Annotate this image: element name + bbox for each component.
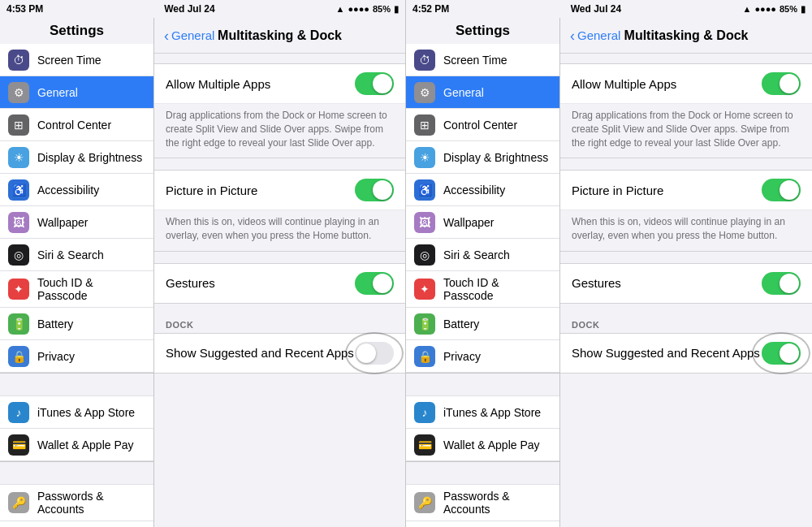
settings-sidebar: Settings⏱Screen Time⚙General⊞Control Cen… [0,18,154,527]
settings-icon: ◎ [414,244,435,266]
settings-icon: ♿ [8,179,29,201]
ipad-screen-2: 4:52 PM Wed Jul 24 ▲ ●●●● 85% ▮ Settings… [406,0,812,527]
sidebar-item-label: iTunes & App Store [37,406,135,419]
settings-section-1: ⏱Screen Time⚙General⊞Control Center☀Disp… [406,44,559,374]
sidebar-item-control-center[interactable]: ⊞Control Center [406,109,559,141]
settings-icon: ✦ [414,279,435,300]
sidebar-item-accessibility[interactable]: ♿Accessibility [406,174,559,206]
toggle-switch[interactable] [355,179,394,201]
sidebar-item-label: Display & Brightness [443,151,548,164]
sidebar-item-general[interactable]: ⚙General [406,76,559,109]
sidebar-item-privacy[interactable]: 🔒Privacy [406,340,559,373]
setting-label-allow-multiple: Allow Multiple Apps [166,77,270,91]
setting-row-dock-suggested[interactable]: Show Suggested and Recent Apps [560,334,812,373]
sidebar-item-label: General [443,86,484,99]
sidebar-item-label: Passwords & Accounts [443,490,550,516]
sidebar-item-siri[interactable]: ◎Siri & Search [406,239,559,271]
setting-row-pip[interactable]: Picture in Picture [560,171,812,210]
setting-label-pip: Picture in Picture [166,184,257,197]
settings-icon: ⚙ [8,82,29,103]
settings-icon: ♪ [8,402,29,423]
sidebar-item-general[interactable]: ⚙General [0,76,153,109]
dock-section-label: DOCK [154,315,405,333]
toggle-switch[interactable] [355,72,394,95]
sidebar-item-battery[interactable]: 🔋Battery [406,308,559,340]
status-date: Wed Jul 24 [571,3,621,15]
chevron-left-icon: ‹ [164,28,169,43]
setting-label-gestures: Gestures [166,276,215,290]
settings-icon: ✦ [8,279,29,300]
toggle-switch[interactable] [762,272,801,295]
setting-description-pip: When this is on, videos will continue pl… [154,210,405,251]
setting-row-gestures[interactable]: Gestures [560,264,812,303]
settings-section-2: ♪iTunes & App Store💳Wallet & Apple Pay [406,396,559,462]
setting-label-dock-suggested: Show Suggested and Recent Apps [572,346,760,360]
setting-row-allow-multiple[interactable]: Allow Multiple Apps [154,64,405,104]
settings-icon: 🖼 [414,212,435,233]
sidebar-item-label: Wallpaper [443,216,495,229]
setting-card-gestures: Gestures [560,263,812,304]
sidebar-item-control-center[interactable]: ⊞Control Center [0,109,153,141]
sidebar-item-display[interactable]: ☀Display & Brightness [0,141,153,174]
settings-icon: ⊞ [414,114,435,136]
chevron-left-icon: ‹ [570,28,575,43]
sidebar-item-display[interactable]: ☀Display & Brightness [406,141,559,174]
status-right: ▲ ●●●● 85% ▮ [742,4,806,15]
settings-section-2: ♪iTunes & App Store💳Wallet & Apple Pay [0,396,153,462]
toggle-switch[interactable] [355,342,394,365]
settings-icon: ☀ [8,147,29,168]
back-button[interactable]: ‹General [570,28,620,43]
setting-row-dock-suggested[interactable]: Show Suggested and Recent Apps [154,334,405,373]
settings-icon: ⚙ [414,82,435,103]
setting-card-allow-multiple: Allow Multiple AppsDrag applications fro… [560,63,812,158]
sidebar-item-screen-time[interactable]: ⏱Screen Time [0,44,153,76]
settings-icon: 🔋 [8,313,29,335]
settings-icon: 🔒 [414,346,435,367]
settings-section-3: 🔑Passwords & Accounts✉Mail👤Contacts📅Cale… [406,485,559,527]
detail-content: Allow Multiple AppsDrag applications fro… [154,54,405,527]
sidebar-item-touchid[interactable]: ✦Touch ID & Passcode [406,271,559,308]
battery-level: 85% [373,4,391,14]
sidebar-item-passwords[interactable]: 🔑Passwords & Accounts [406,485,559,521]
settings-section-1: ⏱Screen Time⚙General⊞Control Center☀Disp… [0,44,153,374]
toggle-switch[interactable] [762,179,801,201]
sidebar-item-label: Control Center [37,119,111,132]
sidebar-item-label: Screen Time [37,54,102,67]
sidebar-item-touchid[interactable]: ✦Touch ID & Passcode [0,271,153,308]
sidebar-item-screen-time[interactable]: ⏱Screen Time [406,44,559,76]
sidebar-item-label: Touch ID & Passcode [443,276,550,302]
toggle-switch[interactable] [762,342,801,365]
sidebar-item-wallet[interactable]: 💳Wallet & Apple Pay [0,429,153,461]
signal-icon: ●●●● [754,4,776,14]
sidebar-item-privacy[interactable]: 🔒Privacy [0,340,153,373]
setting-card-allow-multiple: Allow Multiple AppsDrag applications fro… [154,63,405,158]
dock-gap [560,304,812,315]
toggle-switch[interactable] [762,72,801,95]
setting-row-gestures[interactable]: Gestures [154,264,405,303]
sidebar-item-wallpaper[interactable]: 🖼Wallpaper [406,206,559,239]
setting-label-gestures: Gestures [572,276,621,290]
sidebar-item-itunes[interactable]: ♪iTunes & App Store [0,396,153,429]
settings-icon: ♿ [414,179,435,201]
sidebar-item-itunes[interactable]: ♪iTunes & App Store [406,396,559,429]
sidebar-item-accessibility[interactable]: ♿Accessibility [0,174,153,206]
detail-header: ‹GeneralMultitasking & Dock [154,18,405,54]
sidebar-item-siri[interactable]: ◎Siri & Search [0,239,153,271]
sidebar-item-label: Wallet & Apple Pay [37,438,134,451]
section-divider-1 [0,374,153,396]
sidebar-item-mail[interactable]: ✉Mail [406,521,559,527]
sidebar-item-wallpaper[interactable]: 🖼Wallpaper [0,206,153,239]
settings-sidebar: Settings⏱Screen Time⚙General⊞Control Cen… [406,18,560,527]
setting-card-dock: Show Suggested and Recent Apps [560,333,812,374]
setting-row-pip[interactable]: Picture in Picture [154,171,405,210]
sidebar-item-passwords[interactable]: 🔑Passwords & Accounts [0,485,153,521]
back-button[interactable]: ‹General [164,28,214,43]
sidebar-item-battery[interactable]: 🔋Battery [0,308,153,340]
sidebar-item-label: Battery [37,317,73,330]
sidebar-item-wallet[interactable]: 💳Wallet & Apple Pay [406,429,559,461]
setting-row-allow-multiple[interactable]: Allow Multiple Apps [560,64,812,104]
signal-icon: ●●●● [348,4,369,14]
sidebar-item-label: Siri & Search [37,248,104,261]
sidebar-item-mail[interactable]: ✉Mail [0,521,153,527]
toggle-switch[interactable] [355,272,394,295]
